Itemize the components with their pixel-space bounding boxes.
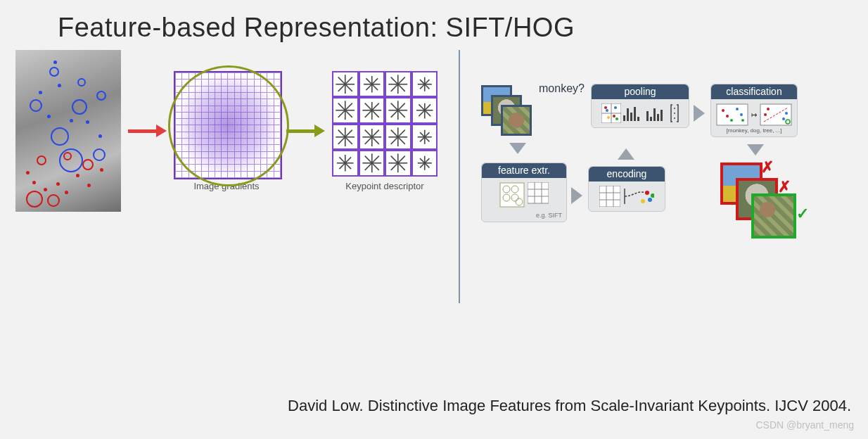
- svg-point-152: [614, 106, 617, 109]
- svg-line-73: [371, 129, 378, 136]
- arrow-to-gradients-icon: [128, 127, 167, 135]
- sift-panel: Image gradients: [15, 50, 438, 275]
- svg-line-109: [364, 163, 371, 170]
- svg-line-39: [338, 103, 345, 110]
- arrow-down-icon: [747, 144, 764, 155]
- svg-line-57: [424, 104, 430, 110]
- svg-line-35: [345, 110, 352, 117]
- svg-line-113: [398, 156, 405, 163]
- svg-line-53: [391, 110, 398, 117]
- svg-line-97: [345, 157, 351, 163]
- separated-space-icon: [760, 103, 792, 126]
- encoding-grid-icon: [599, 186, 620, 207]
- svg-line-55: [391, 103, 398, 110]
- svg-rect-139: [599, 186, 620, 207]
- svg-line-79: [364, 129, 371, 136]
- svg-line-107: [371, 163, 378, 170]
- svg-line-43: [371, 110, 378, 117]
- stage-pooling: pooling: [591, 84, 689, 128]
- svg-line-41: [371, 103, 378, 110]
- svg-line-25: [424, 79, 429, 84]
- stage-classification-title: classification: [711, 84, 797, 99]
- keypoint-photo: [15, 50, 121, 212]
- codebook-map-icon: [623, 186, 654, 207]
- svg-line-69: [338, 136, 345, 144]
- svg-point-157: [674, 108, 675, 109]
- svg-line-49: [398, 103, 405, 110]
- svg-line-115: [398, 163, 405, 170]
- svg-point-156: [613, 115, 615, 117]
- svg-line-45: [364, 110, 371, 117]
- svg-line-99: [345, 163, 351, 169]
- svg-line-71: [338, 129, 345, 136]
- query-label: monkey?: [539, 82, 585, 95]
- svg-line-17: [398, 77, 405, 84]
- svg-line-77: [364, 136, 371, 144]
- svg-line-127: [420, 158, 425, 163]
- svg-line-59: [424, 110, 430, 116]
- feature-desc-icon: [528, 182, 549, 208]
- svg-line-103: [339, 157, 345, 163]
- svg-line-11: [371, 84, 377, 89]
- arrow-right-icon: [694, 105, 705, 122]
- citation-text: David Low. Distinctive Image Features fr…: [17, 397, 851, 415]
- svg-line-87: [391, 129, 398, 136]
- svg-point-147: [651, 193, 654, 198]
- arrow-right-icon: [571, 187, 582, 204]
- content-row: Image gradients: [15, 50, 853, 331]
- histogram-icon: [646, 106, 668, 121]
- svg-line-111: [364, 156, 371, 163]
- slide-title: Feature-based Representation: SIFT/HOG: [58, 13, 853, 43]
- svg-point-146: [641, 199, 645, 203]
- pipeline-panel: monkey? feature extr.: [481, 78, 868, 282]
- gradient-block: Image gradients: [174, 71, 279, 191]
- svg-line-65: [345, 129, 352, 136]
- svg-point-162: [726, 115, 729, 117]
- svg-line-19: [398, 84, 405, 91]
- svg-point-164: [740, 113, 743, 116]
- stage-pooling-title: pooling: [592, 84, 689, 99]
- svg-line-9: [371, 78, 377, 84]
- svg-line-95: [420, 132, 425, 137]
- descriptor-caption: Keypoint descriptor: [332, 181, 438, 191]
- svg-line-89: [424, 132, 429, 137]
- svg-line-101: [339, 163, 345, 169]
- svg-point-155: [606, 109, 608, 112]
- svg-line-117: [391, 163, 398, 170]
- svg-line-31: [420, 79, 425, 84]
- svg-line-75: [371, 136, 378, 144]
- svg-point-144: [645, 191, 649, 195]
- svg-rect-160: [717, 104, 748, 125]
- stage-encoding-title: encoding: [589, 167, 665, 182]
- svg-point-158: [674, 113, 675, 114]
- svg-point-172: [785, 112, 788, 115]
- arrow-to-descriptor-icon: [286, 127, 325, 135]
- svg-line-47: [364, 103, 371, 110]
- svg-line-105: [371, 156, 378, 163]
- cross-mark-icon: ✗: [761, 158, 774, 177]
- svg-line-15: [366, 78, 371, 84]
- svg-point-169: [767, 108, 770, 110]
- descriptor-block: Keypoint descriptor: [332, 71, 438, 191]
- svg-line-83: [398, 136, 405, 144]
- svg-point-163: [736, 108, 739, 110]
- svg-line-51: [398, 110, 405, 117]
- svg-point-165: [730, 119, 733, 122]
- svg-line-21: [391, 84, 398, 91]
- svg-point-145: [648, 198, 652, 202]
- svg-line-63: [419, 104, 424, 110]
- svg-point-161: [722, 109, 725, 112]
- svg-line-91: [424, 136, 429, 141]
- stage-classification-labels: [monkey, dog, tree, ...]: [711, 127, 797, 136]
- svg-point-170: [764, 113, 767, 116]
- arrow-down-icon: [509, 143, 526, 154]
- svg-line-13: [366, 84, 371, 89]
- stage-feature-extraction-note: e.g. SIFT: [482, 212, 566, 222]
- svg-rect-128: [500, 183, 524, 207]
- svg-line-37: [338, 110, 345, 117]
- svg-line-23: [391, 77, 398, 84]
- arrow-up-icon: [618, 148, 634, 160]
- svg-line-27: [424, 84, 429, 89]
- svg-line-33: [345, 103, 352, 110]
- svg-line-121: [424, 158, 429, 163]
